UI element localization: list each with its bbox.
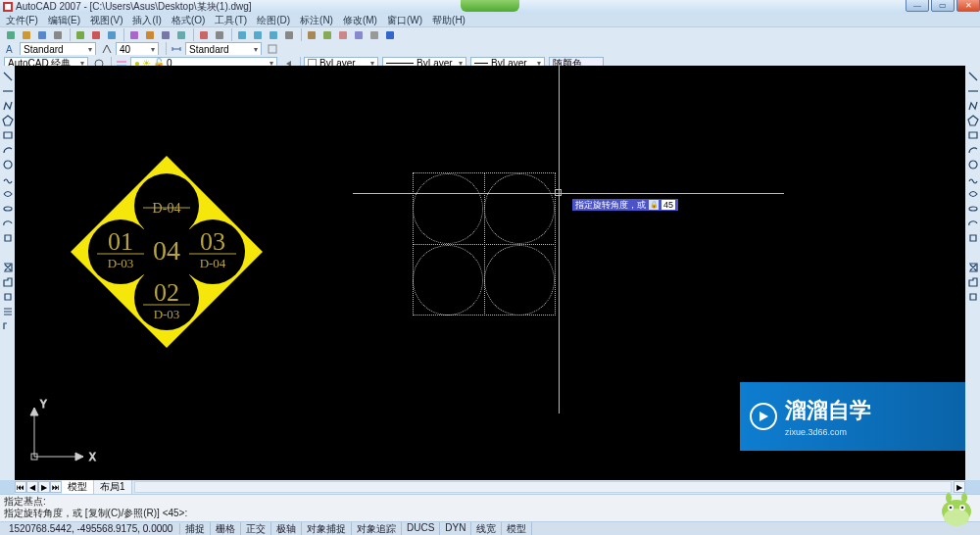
props-icon[interactable] — [282, 28, 296, 42]
status-toggle-捕捉[interactable]: 捕捉 — [180, 522, 211, 536]
redo-icon[interactable] — [174, 28, 188, 42]
layout-tab-布局1[interactable]: 布局1 — [94, 480, 132, 494]
break-icon[interactable] — [966, 231, 979, 244]
tab-prev-button[interactable]: ◀ — [26, 481, 38, 493]
rotate-icon[interactable] — [966, 158, 979, 170]
zoom-win-icon[interactable] — [251, 28, 265, 42]
tab-last-button[interactable]: ⏭ — [50, 481, 62, 493]
scale-icon[interactable] — [966, 172, 979, 185]
textstyle-icon[interactable]: A — [4, 42, 18, 56]
menu-4[interactable]: 格式(O) — [172, 14, 205, 27]
plot-icon[interactable] — [74, 28, 87, 42]
offset-icon[interactable] — [966, 114, 979, 126]
menu-3[interactable]: 插入(I) — [132, 14, 161, 27]
ellipse-icon[interactable] — [1, 202, 14, 215]
move-icon[interactable] — [966, 143, 979, 156]
fillet-icon[interactable] — [966, 275, 979, 288]
zoom-prev-icon[interactable] — [267, 28, 280, 42]
spline-icon[interactable] — [1, 187, 14, 200]
menu-7[interactable]: 标注(N) — [300, 14, 333, 27]
sheet-icon[interactable] — [336, 28, 350, 42]
cut-icon[interactable] — [89, 28, 103, 42]
tab-first-button[interactable]: ⏮ — [15, 481, 26, 493]
undo-icon[interactable] — [159, 28, 172, 42]
xline-icon[interactable] — [1, 84, 14, 97]
drawing-area[interactable]: 指定旋转角度，或 🔒 45 04 D-04 01 — [15, 66, 965, 480]
menu-2[interactable]: 视图(V) — [90, 14, 122, 27]
explode-icon[interactable] — [966, 290, 979, 303]
status-toggle-DUCS[interactable]: DUCS — [402, 522, 440, 536]
coords-readout[interactable]: 1520768.5442, -495568.9175, 0.0000 — [4, 523, 180, 534]
menu-1[interactable]: 编辑(E) — [48, 14, 80, 27]
mtext-icon[interactable] — [1, 319, 14, 332]
extend-icon[interactable] — [966, 217, 979, 229]
titlebar[interactable]: AutoCAD 2007 - [C:\Users\Asus\Desktop\某块… — [0, 0, 980, 14]
block-icon[interactable] — [1, 231, 14, 244]
gradient-icon[interactable] — [1, 275, 14, 288]
layout-tab-模型[interactable]: 模型 — [62, 480, 94, 494]
maximize-button[interactable]: ▭ — [931, 0, 955, 12]
copy-icon[interactable] — [105, 28, 119, 42]
status-toggle-DYN[interactable]: DYN — [440, 522, 471, 536]
hatch-icon[interactable] — [1, 261, 14, 273]
point-icon[interactable] — [1, 246, 14, 259]
tab-next-button[interactable]: ▶ — [38, 481, 50, 493]
zoom-ext-icon[interactable] — [235, 28, 249, 42]
status-toggle-正交[interactable]: 正交 — [241, 522, 271, 536]
menu-6[interactable]: 绘图(D) — [257, 14, 290, 27]
menu-5[interactable]: 工具(T) — [215, 14, 247, 27]
pline-icon[interactable] — [1, 99, 14, 112]
new-icon[interactable] — [4, 28, 18, 42]
revcloud-icon[interactable] — [1, 172, 14, 185]
trim-icon[interactable] — [966, 202, 979, 215]
toolpal-icon[interactable] — [320, 28, 334, 42]
pan-icon[interactable] — [213, 28, 226, 42]
stretch-icon[interactable] — [966, 187, 979, 200]
status-toggle-对象追踪[interactable]: 对象追踪 — [352, 522, 402, 536]
eraser-icon[interactable] — [197, 28, 211, 42]
rectangle-icon[interactable] — [1, 128, 14, 141]
menu-9[interactable]: 窗口(W) — [387, 14, 422, 27]
markup-icon[interactable] — [352, 28, 366, 42]
status-toggle-对象捕捉[interactable]: 对象捕捉 — [302, 522, 352, 536]
chamfer-icon[interactable] — [966, 261, 979, 273]
ellipsearc-icon[interactable] — [1, 217, 14, 229]
line-icon[interactable] — [1, 70, 14, 82]
join-icon[interactable] — [966, 246, 979, 259]
arc-icon[interactable] — [1, 143, 14, 156]
copy-icon[interactable] — [966, 84, 979, 97]
command-window[interactable]: 指定基点: 指定旋转角度，或 [复制(C)/参照(R)] <45>: — [0, 494, 980, 523]
circle-icon[interactable] — [1, 158, 14, 170]
dynamic-angle-field[interactable]: 45 — [662, 200, 675, 210]
match-icon[interactable] — [143, 28, 157, 42]
close-button[interactable]: ✕ — [956, 0, 980, 12]
menu-0[interactable]: 文件(F) — [6, 14, 38, 27]
print-icon[interactable] — [51, 28, 65, 42]
region-icon[interactable] — [1, 290, 14, 303]
paste-icon[interactable] — [127, 28, 141, 42]
dimupdate-icon[interactable] — [266, 42, 279, 56]
table-icon[interactable] — [1, 305, 14, 317]
open-icon[interactable] — [20, 28, 33, 42]
status-toggle-线宽[interactable]: 线宽 — [471, 522, 502, 536]
erase-icon[interactable] — [966, 70, 979, 82]
textheight-combo[interactable]: 40▾ — [116, 42, 159, 56]
menu-10[interactable]: 帮助(H) — [432, 14, 466, 27]
status-toggle-极轴[interactable]: 极轴 — [271, 522, 302, 536]
polygon-icon[interactable] — [1, 114, 14, 126]
h-scrollbar[interactable] — [134, 481, 952, 493]
menu-8[interactable]: 修改(M) — [343, 14, 377, 27]
textheight-icon[interactable] — [100, 42, 114, 56]
minimize-button[interactable]: — — [906, 0, 929, 12]
status-toggle-栅格[interactable]: 栅格 — [211, 522, 241, 536]
array-icon[interactable] — [966, 128, 979, 141]
save-icon[interactable] — [35, 28, 49, 42]
status-toggle-模型[interactable]: 模型 — [502, 522, 532, 536]
calc-icon[interactable] — [368, 28, 381, 42]
textstyle-combo[interactable]: Standard▾ — [20, 42, 96, 56]
dimstyle-combo[interactable]: Standard▾ — [185, 42, 262, 56]
designcenter-icon[interactable] — [305, 28, 318, 42]
help-icon[interactable] — [383, 28, 397, 42]
mirror-icon[interactable] — [966, 99, 979, 112]
dimstyle-icon[interactable] — [170, 42, 183, 56]
